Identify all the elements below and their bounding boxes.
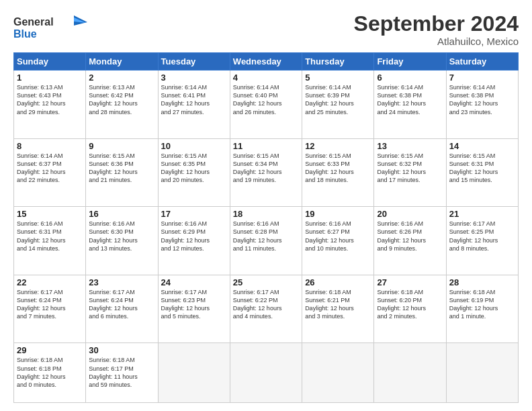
- day-cell: 9Sunrise: 6:15 AM Sunset: 6:36 PM Daylig…: [86, 138, 158, 207]
- header-monday: Monday: [86, 53, 158, 71]
- logo-wordmark: General Blue: [13, 12, 87, 45]
- day-number: 18: [233, 209, 299, 219]
- day-number: 26: [305, 277, 371, 287]
- day-info: Sunrise: 6:15 AM Sunset: 6:31 PM Dayligh…: [449, 152, 515, 185]
- day-number: 21: [449, 209, 515, 219]
- svg-text:General: General: [13, 16, 54, 28]
- location-title: Atlahuilco, Mexico: [354, 36, 519, 47]
- day-cell: 12Sunrise: 6:15 AM Sunset: 6:33 PM Dayli…: [302, 138, 374, 207]
- day-number: 23: [89, 277, 154, 287]
- day-cell: [374, 343, 446, 403]
- day-info: Sunrise: 6:15 AM Sunset: 6:34 PM Dayligh…: [233, 152, 299, 185]
- day-number: 25: [233, 277, 299, 287]
- day-info: Sunrise: 6:18 AM Sunset: 6:18 PM Dayligh…: [17, 356, 83, 389]
- day-info: Sunrise: 6:14 AM Sunset: 6:38 PM Dayligh…: [449, 83, 515, 116]
- title-area: September 2024 Atlahuilco, Mexico: [354, 12, 519, 47]
- day-cell: 11Sunrise: 6:15 AM Sunset: 6:34 PM Dayli…: [230, 138, 302, 207]
- week-row-2: 15Sunrise: 6:16 AM Sunset: 6:31 PM Dayli…: [14, 207, 519, 275]
- day-cell: 29Sunrise: 6:18 AM Sunset: 6:18 PM Dayli…: [14, 343, 86, 403]
- day-cell: 30Sunrise: 6:18 AM Sunset: 6:17 PM Dayli…: [86, 343, 158, 403]
- day-cell: 23Sunrise: 6:17 AM Sunset: 6:24 PM Dayli…: [86, 275, 158, 343]
- day-number: 13: [377, 141, 443, 151]
- day-number: 22: [17, 277, 83, 287]
- week-row-0: 1Sunrise: 6:13 AM Sunset: 6:43 PM Daylig…: [14, 71, 519, 139]
- day-number: 1: [17, 73, 83, 83]
- day-info: Sunrise: 6:14 AM Sunset: 6:41 PM Dayligh…: [161, 83, 227, 116]
- day-number: 4: [233, 73, 299, 83]
- day-number: 19: [305, 209, 371, 219]
- day-cell: [302, 343, 374, 403]
- day-info: Sunrise: 6:18 AM Sunset: 6:19 PM Dayligh…: [449, 288, 515, 321]
- day-info: Sunrise: 6:18 AM Sunset: 6:17 PM Dayligh…: [89, 356, 154, 389]
- day-info: Sunrise: 6:15 AM Sunset: 6:35 PM Dayligh…: [161, 152, 227, 185]
- svg-text:Blue: Blue: [13, 28, 37, 40]
- day-cell: 20Sunrise: 6:16 AM Sunset: 6:26 PM Dayli…: [374, 207, 446, 275]
- top-header: General Blue September 2024 Atlahuilco, …: [13, 12, 519, 47]
- day-cell: 13Sunrise: 6:15 AM Sunset: 6:32 PM Dayli…: [374, 138, 446, 207]
- day-info: Sunrise: 6:13 AM Sunset: 6:43 PM Dayligh…: [17, 83, 83, 116]
- day-number: 28: [449, 277, 515, 287]
- day-cell: 27Sunrise: 6:18 AM Sunset: 6:20 PM Dayli…: [374, 275, 446, 343]
- day-info: Sunrise: 6:17 AM Sunset: 6:23 PM Dayligh…: [161, 288, 227, 321]
- day-info: Sunrise: 6:17 AM Sunset: 6:25 PM Dayligh…: [449, 220, 515, 253]
- day-cell: [158, 343, 230, 403]
- day-info: Sunrise: 6:16 AM Sunset: 6:29 PM Dayligh…: [161, 220, 227, 253]
- day-cell: 3Sunrise: 6:14 AM Sunset: 6:41 PM Daylig…: [158, 71, 230, 139]
- day-number: 24: [161, 277, 227, 287]
- day-info: Sunrise: 6:17 AM Sunset: 6:22 PM Dayligh…: [233, 288, 299, 321]
- day-cell: 19Sunrise: 6:16 AM Sunset: 6:27 PM Dayli…: [302, 207, 374, 275]
- day-cell: 14Sunrise: 6:15 AM Sunset: 6:31 PM Dayli…: [446, 138, 518, 207]
- day-number: 20: [377, 209, 443, 219]
- header-wednesday: Wednesday: [230, 53, 302, 71]
- day-info: Sunrise: 6:17 AM Sunset: 6:24 PM Dayligh…: [89, 288, 154, 321]
- day-number: 30: [89, 345, 154, 355]
- day-number: 8: [17, 141, 83, 151]
- day-number: 6: [377, 73, 443, 83]
- day-cell: 4Sunrise: 6:14 AM Sunset: 6:40 PM Daylig…: [230, 71, 302, 139]
- day-cell: 1Sunrise: 6:13 AM Sunset: 6:43 PM Daylig…: [14, 71, 86, 139]
- day-number: 29: [17, 345, 83, 355]
- day-number: 11: [233, 141, 299, 151]
- day-info: Sunrise: 6:14 AM Sunset: 6:38 PM Dayligh…: [377, 83, 443, 116]
- week-row-3: 22Sunrise: 6:17 AM Sunset: 6:24 PM Dayli…: [14, 275, 519, 343]
- day-number: 7: [449, 73, 515, 83]
- day-info: Sunrise: 6:16 AM Sunset: 6:26 PM Dayligh…: [377, 220, 443, 253]
- day-info: Sunrise: 6:15 AM Sunset: 6:33 PM Dayligh…: [305, 152, 371, 185]
- day-info: Sunrise: 6:14 AM Sunset: 6:39 PM Dayligh…: [305, 83, 371, 116]
- day-number: 27: [377, 277, 443, 287]
- header-friday: Friday: [374, 53, 446, 71]
- day-info: Sunrise: 6:13 AM Sunset: 6:42 PM Dayligh…: [89, 83, 154, 116]
- header-row: Sunday Monday Tuesday Wednesday Thursday…: [14, 53, 519, 71]
- day-info: Sunrise: 6:16 AM Sunset: 6:30 PM Dayligh…: [89, 220, 154, 253]
- day-number: 16: [89, 209, 154, 219]
- week-row-4: 29Sunrise: 6:18 AM Sunset: 6:18 PM Dayli…: [14, 343, 519, 403]
- day-number: 2: [89, 73, 154, 83]
- day-info: Sunrise: 6:14 AM Sunset: 6:40 PM Dayligh…: [233, 83, 299, 116]
- day-info: Sunrise: 6:15 AM Sunset: 6:36 PM Dayligh…: [89, 152, 154, 185]
- day-number: 17: [161, 209, 227, 219]
- day-number: 9: [89, 141, 154, 151]
- day-cell: 16Sunrise: 6:16 AM Sunset: 6:30 PM Dayli…: [86, 207, 158, 275]
- day-cell: 24Sunrise: 6:17 AM Sunset: 6:23 PM Dayli…: [158, 275, 230, 343]
- day-cell: 17Sunrise: 6:16 AM Sunset: 6:29 PM Dayli…: [158, 207, 230, 275]
- day-info: Sunrise: 6:16 AM Sunset: 6:27 PM Dayligh…: [305, 220, 371, 253]
- day-info: Sunrise: 6:14 AM Sunset: 6:37 PM Dayligh…: [17, 152, 83, 185]
- day-cell: [230, 343, 302, 403]
- day-cell: 18Sunrise: 6:16 AM Sunset: 6:28 PM Dayli…: [230, 207, 302, 275]
- header-saturday: Saturday: [446, 53, 518, 71]
- day-cell: 26Sunrise: 6:18 AM Sunset: 6:21 PM Dayli…: [302, 275, 374, 343]
- day-cell: 15Sunrise: 6:16 AM Sunset: 6:31 PM Dayli…: [14, 207, 86, 275]
- month-title: September 2024: [354, 12, 519, 36]
- day-number: 14: [449, 141, 515, 151]
- header-sunday: Sunday: [14, 53, 86, 71]
- day-cell: 22Sunrise: 6:17 AM Sunset: 6:24 PM Dayli…: [14, 275, 86, 343]
- day-cell: 8Sunrise: 6:14 AM Sunset: 6:37 PM Daylig…: [14, 138, 86, 207]
- day-cell: 7Sunrise: 6:14 AM Sunset: 6:38 PM Daylig…: [446, 71, 518, 139]
- day-cell: 10Sunrise: 6:15 AM Sunset: 6:35 PM Dayli…: [158, 138, 230, 207]
- day-info: Sunrise: 6:16 AM Sunset: 6:31 PM Dayligh…: [17, 220, 83, 253]
- day-cell: 28Sunrise: 6:18 AM Sunset: 6:19 PM Dayli…: [446, 275, 518, 343]
- page: General Blue September 2024 Atlahuilco, …: [0, 0, 532, 411]
- week-row-1: 8Sunrise: 6:14 AM Sunset: 6:37 PM Daylig…: [14, 138, 519, 207]
- day-cell: 6Sunrise: 6:14 AM Sunset: 6:38 PM Daylig…: [374, 71, 446, 139]
- logo: General Blue: [13, 12, 87, 45]
